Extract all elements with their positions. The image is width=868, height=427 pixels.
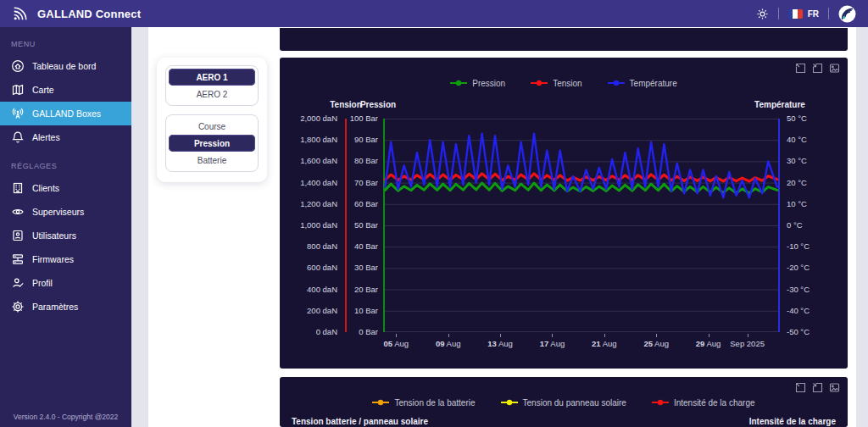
legend-item-pression[interactable]: Pression: [450, 79, 505, 88]
legend-item-temperature[interactable]: Température: [608, 79, 677, 88]
axis-tick-label: 20 °C: [787, 179, 829, 187]
language-selector[interactable]: FR: [788, 9, 819, 19]
date-tick-label: 05 Aug: [369, 339, 423, 348]
line-chart-plot[interactable]: [383, 119, 780, 336]
date-tick-label: 17 Aug: [525, 339, 579, 348]
reset-zoom-icon[interactable]: [812, 63, 823, 74]
reset-zoom-icon[interactable]: [812, 382, 823, 393]
app-root: { "header": { "title": "GALLAND Connect"…: [0, 0, 868, 427]
battery-axis-title: Tension batterie / panneau solaire: [292, 417, 428, 426]
axis-tick-mark: [656, 334, 657, 337]
content-area: AERO 1AERO 2 CoursePressionBatterie Pres…: [148, 27, 856, 427]
temperature-axis-title: Température: [753, 100, 807, 109]
device-selector-card: AERO 1AERO 2 CoursePressionBatterie: [157, 58, 267, 182]
sidebar-item-label: Firmwares: [32, 254, 74, 264]
axis-tick-label: 1,400 daN: [283, 179, 337, 187]
axis-tick-mark: [709, 334, 709, 337]
theme-toggle-sun-icon[interactable]: [756, 8, 769, 20]
axis-tick-label: 10 Bar: [346, 307, 378, 315]
legend-marker-icon: [608, 79, 625, 88]
device-option-aero-2[interactable]: AERO 2: [169, 86, 255, 103]
sidebar-item-profil[interactable]: Profil: [0, 271, 131, 295]
sidebar-item-galland-boxes[interactable]: GALLAND Boxes: [0, 102, 131, 125]
building-icon: [11, 181, 25, 195]
header-divider: [828, 8, 829, 19]
app-title: GALLAND Connect: [37, 8, 141, 20]
axis-tick-label: 0 °C: [787, 221, 829, 230]
axis-tick-label: 1,200 daN: [283, 200, 337, 208]
chart-legend: PressionTensionTempérature: [280, 79, 848, 88]
axis-tick-label: 0 Bar: [346, 328, 378, 336]
axis-tick-label: 80 Bar: [346, 157, 378, 165]
axis-tick-label: 10 °C: [787, 200, 829, 208]
temperature-axis-ticks: 50 °C40 °C30 °C20 °C10 °C0 °C-10 °C-20 °…: [787, 119, 829, 332]
date-axis-ticks: 05 Aug09 Aug13 Aug17 Aug21 Aug25 Aug29 A…: [383, 336, 780, 351]
zoom-box-icon[interactable]: [795, 63, 806, 74]
company-logo-icon[interactable]: [838, 5, 856, 23]
users-icon: [11, 229, 25, 242]
axis-tick-label: 90 Bar: [346, 136, 378, 144]
axis-tick-label: 1,000 daN: [283, 221, 337, 230]
axis-tick-label: 30 °C: [787, 157, 829, 165]
sidebar-section-menu: MENU: [11, 40, 131, 48]
antenna-icon: [11, 107, 25, 120]
axis-tick-label: 1,800 daN: [283, 136, 337, 144]
axis-tick-mark: [396, 334, 397, 337]
axis-tick-label: 20 Bar: [346, 286, 378, 294]
sidebar-section-reglages: RÉGLAGES: [11, 162, 131, 170]
pression-axis-ticks: 100 Bar90 Bar80 Bar70 Bar60 Bar50 Bar40 …: [346, 119, 378, 332]
save-image-icon[interactable]: [829, 382, 840, 393]
sidebar-menu-list: Tableau de bordCarteGALLAND BoxesAlertes: [0, 54, 131, 149]
legend-label: Tension de la batterie: [394, 398, 475, 408]
axis-tick-label: -10 °C: [787, 242, 829, 251]
sidebar-item-label: Profil: [32, 278, 53, 288]
version-footer: Version 2.4.0 - Copyright @2022: [0, 413, 131, 421]
header-divider: [778, 8, 779, 19]
axis-tick-label: -50 °C: [787, 328, 829, 336]
map-icon: [11, 83, 25, 97]
sidebar-item-carte[interactable]: Carte: [0, 78, 131, 102]
sidebar-item-label: Carte: [32, 85, 54, 95]
legend-item-tension-de-la-batterie[interactable]: Tension de la batterie: [372, 398, 475, 408]
axis-tick-label: 30 Bar: [346, 263, 378, 272]
legend-item-tension-du-panneau-solaire[interactable]: Tension du panneau solaire: [501, 398, 626, 408]
axis-tick-label: 40 Bar: [346, 242, 378, 251]
axis-tick-label: 70 Bar: [346, 179, 378, 187]
mode-option-pression[interactable]: Pression: [169, 135, 255, 152]
zoom-box-icon[interactable]: [795, 382, 806, 393]
legend-label: Intensité de la charge: [674, 398, 755, 408]
sidebar-item-tableau-de-bord[interactable]: Tableau de bord: [0, 54, 131, 78]
language-label: FR: [808, 9, 819, 19]
sidebar-item-parametres[interactable]: Paramètres: [0, 295, 131, 319]
axis-tick-label: 200 daN: [283, 307, 337, 315]
mode-option-batterie[interactable]: Batterie: [169, 152, 255, 169]
axis-tick-mark: [500, 334, 501, 337]
device-option-aero-1[interactable]: AERO 1: [169, 69, 255, 86]
legend-marker-icon: [652, 398, 669, 408]
axis-tick-label: 0 daN: [283, 328, 337, 336]
axis-tick-label: -30 °C: [787, 286, 829, 294]
profile-icon: [11, 276, 25, 290]
date-tick-label: 09 Aug: [421, 339, 476, 348]
previous-panel-edge: [280, 28, 848, 51]
sidebar-item-firmwares[interactable]: Firmwares: [0, 247, 131, 271]
save-image-icon[interactable]: [829, 63, 840, 74]
date-tick-label: 21 Aug: [577, 339, 632, 348]
date-tick-label: Sep 2025: [721, 339, 775, 348]
chart-legend: Tension de la batterieTension du panneau…: [280, 398, 848, 408]
sidebar-reglages-list: ClientsSuperviseursUtilisateursFirmwares…: [0, 176, 131, 319]
eye-icon: [11, 205, 25, 219]
mode-option-course[interactable]: Course: [169, 118, 255, 135]
legend-item-tension[interactable]: Tension: [531, 79, 581, 88]
gear-icon: [11, 300, 25, 313]
axis-tick-label: 60 Bar: [346, 200, 378, 208]
sidebar-item-superviseurs[interactable]: Superviseurs: [0, 200, 131, 224]
sidebar-item-utilisateurs[interactable]: Utilisateurs: [0, 224, 131, 247]
date-tick-label: 13 Aug: [473, 339, 527, 348]
bell-icon: [11, 130, 25, 144]
axis-tick-label: -20 °C: [787, 263, 829, 272]
sidebar-item-clients[interactable]: Clients: [0, 176, 131, 200]
axis-tick-label: 800 daN: [283, 242, 337, 251]
sidebar-item-alertes[interactable]: Alertes: [0, 125, 131, 149]
legend-item-intensite-de-la-charge[interactable]: Intensité de la charge: [652, 398, 755, 408]
